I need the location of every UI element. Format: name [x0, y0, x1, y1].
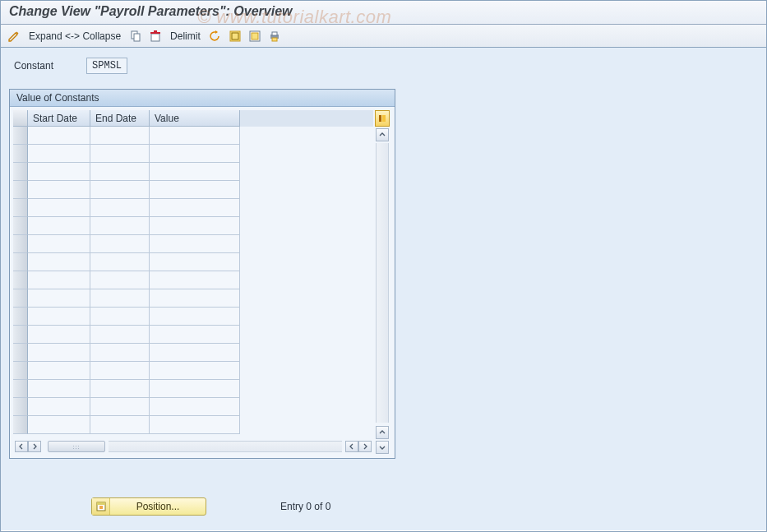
- row-selector[interactable]: [13, 289, 28, 308]
- cell-start-date[interactable]: [28, 163, 90, 181]
- row-selector[interactable]: [13, 398, 28, 416]
- cell-value[interactable]: [150, 326, 240, 344]
- scroll-track-vertical[interactable]: [376, 143, 389, 423]
- table-row[interactable]: [13, 217, 373, 235]
- cell-end-date[interactable]: [90, 253, 150, 271]
- table-row[interactable]: [13, 380, 373, 398]
- scroll-left-icon[interactable]: [15, 441, 28, 452]
- cell-value[interactable]: [150, 362, 240, 380]
- cell-start-date[interactable]: [28, 199, 90, 217]
- column-end-date[interactable]: End Date: [90, 110, 150, 127]
- cell-start-date[interactable]: [28, 398, 90, 416]
- copy-icon[interactable]: [127, 28, 144, 44]
- table-row[interactable]: [13, 289, 373, 308]
- row-selector[interactable]: [13, 217, 28, 235]
- cell-end-date[interactable]: [90, 217, 150, 235]
- row-selector[interactable]: [13, 271, 28, 289]
- row-selector[interactable]: [13, 253, 28, 271]
- table-row[interactable]: [13, 398, 373, 416]
- row-selector[interactable]: [13, 326, 28, 344]
- cell-start-date[interactable]: [28, 127, 90, 145]
- cell-end-date[interactable]: [90, 181, 150, 199]
- position-button[interactable]: Position...: [91, 497, 206, 516]
- scroll-down-icon[interactable]: [376, 441, 389, 454]
- table-row[interactable]: [13, 416, 373, 434]
- cell-end-date[interactable]: [90, 398, 150, 416]
- cell-start-date[interactable]: [28, 253, 90, 271]
- delimit-button[interactable]: Delimit: [167, 30, 204, 42]
- cell-value[interactable]: [150, 344, 240, 362]
- cell-end-date[interactable]: [90, 271, 150, 289]
- cell-start-date[interactable]: [28, 308, 90, 326]
- cell-end-date[interactable]: [90, 344, 150, 362]
- cell-end-date[interactable]: [90, 308, 150, 326]
- configure-columns-icon[interactable]: [375, 110, 390, 127]
- table-row[interactable]: [13, 181, 373, 199]
- cell-start-date[interactable]: [28, 380, 90, 398]
- cell-value[interactable]: [150, 271, 240, 289]
- cell-value[interactable]: [150, 416, 240, 434]
- cell-end-date[interactable]: [90, 416, 150, 434]
- cell-value[interactable]: [150, 127, 240, 145]
- horizontal-scrollbar[interactable]: :::: [13, 439, 373, 454]
- row-selector[interactable]: [13, 235, 28, 253]
- scroll-right2-icon[interactable]: [358, 441, 372, 452]
- scroll-thumb[interactable]: :::: [48, 441, 105, 452]
- cell-end-date[interactable]: [90, 326, 150, 344]
- cell-start-date[interactable]: [28, 181, 90, 199]
- scroll-track-horizontal[interactable]: [109, 441, 342, 452]
- table-row[interactable]: [13, 253, 373, 271]
- cell-end-date[interactable]: [90, 380, 150, 398]
- scroll-right-icon[interactable]: [28, 441, 41, 452]
- table-row[interactable]: [13, 271, 373, 289]
- scroll-up-icon[interactable]: [376, 128, 389, 141]
- table-row[interactable]: [13, 235, 373, 253]
- row-selector[interactable]: [13, 344, 28, 362]
- cell-end-date[interactable]: [90, 163, 150, 181]
- row-selector[interactable]: [13, 416, 28, 434]
- cell-start-date[interactable]: [28, 235, 90, 253]
- print-icon[interactable]: [266, 28, 283, 44]
- deselect-all-icon[interactable]: [247, 28, 263, 44]
- row-selector[interactable]: [13, 380, 28, 398]
- cell-value[interactable]: [150, 145, 240, 163]
- cell-start-date[interactable]: [28, 217, 90, 235]
- scroll-up2-icon[interactable]: [376, 426, 389, 439]
- row-selector[interactable]: [13, 163, 28, 181]
- expand-collapse-button[interactable]: Expand <-> Collapse: [25, 30, 124, 42]
- cell-value[interactable]: [150, 398, 240, 416]
- cell-start-date[interactable]: [28, 326, 90, 344]
- cell-value[interactable]: [150, 199, 240, 217]
- cell-value[interactable]: [150, 163, 240, 181]
- cell-start-date[interactable]: [28, 362, 90, 380]
- scroll-left2-icon[interactable]: [345, 441, 358, 452]
- cell-start-date[interactable]: [28, 289, 90, 308]
- cell-value[interactable]: [150, 289, 240, 308]
- cell-value[interactable]: [150, 253, 240, 271]
- table-row[interactable]: [13, 326, 373, 344]
- cell-end-date[interactable]: [90, 145, 150, 163]
- table-row[interactable]: [13, 362, 373, 380]
- cell-end-date[interactable]: [90, 127, 150, 145]
- column-start-date[interactable]: Start Date: [28, 110, 90, 127]
- cell-value[interactable]: [150, 235, 240, 253]
- table-row[interactable]: [13, 308, 373, 326]
- table-row[interactable]: [13, 344, 373, 362]
- row-selector[interactable]: [13, 181, 28, 199]
- row-selector[interactable]: [13, 127, 28, 145]
- table-row[interactable]: [13, 127, 373, 145]
- cell-start-date[interactable]: [28, 416, 90, 434]
- select-all-icon[interactable]: [227, 28, 243, 44]
- table-row[interactable]: [13, 163, 373, 181]
- cell-value[interactable]: [150, 380, 240, 398]
- cell-value[interactable]: [150, 217, 240, 235]
- cell-start-date[interactable]: [28, 344, 90, 362]
- delete-icon[interactable]: [147, 28, 164, 44]
- cell-end-date[interactable]: [90, 362, 150, 380]
- row-selector[interactable]: [13, 362, 28, 380]
- cell-start-date[interactable]: [28, 145, 90, 163]
- column-value[interactable]: Value: [150, 110, 240, 127]
- cell-value[interactable]: [150, 308, 240, 326]
- cell-end-date[interactable]: [90, 235, 150, 253]
- cell-end-date[interactable]: [90, 289, 150, 308]
